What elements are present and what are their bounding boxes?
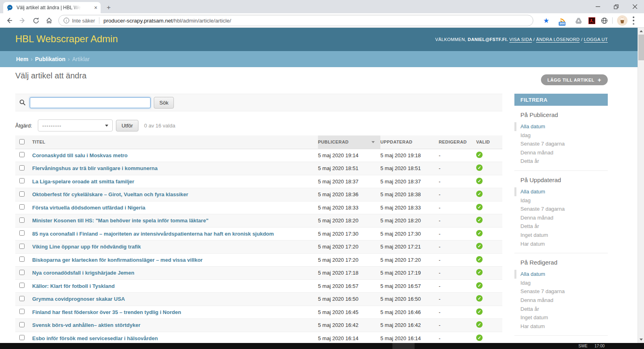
article-link[interactable]: Esbo inför försök med servicesedlar i hä… bbox=[32, 335, 158, 341]
windows-taskbar[interactable]: SWE 17:00 bbox=[0, 343, 644, 349]
filter-option[interactable]: Senaste 7 dagarna bbox=[520, 206, 565, 212]
row-checkbox[interactable] bbox=[19, 322, 25, 327]
filter-option[interactable]: Idag bbox=[520, 197, 530, 203]
row-checkbox[interactable] bbox=[19, 244, 25, 249]
scroll-down-icon[interactable] bbox=[638, 336, 644, 343]
row-checkbox[interactable] bbox=[19, 309, 25, 314]
acrobat-extension-icon[interactable] bbox=[588, 17, 595, 24]
rss-extension-icon[interactable]: 300 bbox=[559, 17, 567, 24]
execute-button[interactable]: Utför bbox=[116, 120, 138, 131]
article-link[interactable]: Svensk börs-vd anhållen– aktien störtdyk… bbox=[32, 322, 140, 328]
user-tools-link[interactable]: LOGGA UT bbox=[584, 37, 608, 42]
column-header-redigerad[interactable]: REDIGERAD bbox=[439, 135, 476, 149]
valid-check-icon bbox=[476, 152, 483, 158]
user-tools-link[interactable]: ÄNDRA LÖSENORD bbox=[536, 37, 580, 42]
sort-descending-icon[interactable] bbox=[372, 141, 375, 143]
article-link[interactable]: 85 nya coronafall i Finland – majoritete… bbox=[32, 231, 274, 237]
scroll-up-icon[interactable] bbox=[638, 28, 644, 35]
row-checkbox[interactable] bbox=[19, 270, 25, 275]
article-link[interactable]: Biskoparna ger klartecken för konfirmati… bbox=[32, 257, 202, 263]
row-checkbox[interactable] bbox=[19, 296, 25, 301]
globe-extension-icon[interactable] bbox=[601, 17, 608, 24]
add-article-button[interactable]: LÄGG TILL ARTIKEL + bbox=[541, 74, 608, 85]
column-header-uppdaterad[interactable]: UPPDATERAD bbox=[380, 135, 439, 149]
scrollbar-thumb[interactable] bbox=[638, 35, 644, 60]
filter-option[interactable]: Alla datum bbox=[520, 189, 545, 195]
filter-option[interactable]: Denna månad bbox=[520, 215, 553, 221]
row-checkbox[interactable] bbox=[19, 204, 25, 209]
filter-option-item: Har datum bbox=[514, 240, 608, 248]
breadcrumb-link[interactable]: Hem bbox=[16, 56, 28, 62]
row-checkbox[interactable] bbox=[19, 257, 25, 262]
row-checkbox[interactable] bbox=[19, 218, 25, 223]
browser-tab[interactable]: Välj artikel att ändra | HBL Websc × bbox=[3, 2, 101, 13]
forward-icon[interactable] bbox=[18, 16, 27, 25]
filter-option[interactable]: Detta år bbox=[520, 306, 539, 312]
home-icon[interactable] bbox=[45, 16, 54, 25]
column-header-valid[interactable]: VALID bbox=[476, 135, 502, 149]
row-checkbox[interactable] bbox=[19, 283, 25, 288]
row-checkbox[interactable] bbox=[19, 165, 25, 170]
back-icon[interactable] bbox=[5, 16, 14, 25]
tab-close-icon[interactable]: × bbox=[94, 5, 97, 10]
address-bar[interactable]: i Inte säker producer-scrapy.pratsam.net… bbox=[58, 15, 533, 26]
user-tools-separator: / bbox=[580, 37, 584, 42]
filter-option[interactable]: Alla datum bbox=[520, 123, 545, 129]
taskbar-clock[interactable]: 17:00 bbox=[594, 344, 605, 348]
row-checkbox[interactable] bbox=[19, 335, 25, 340]
profile-avatar[interactable] bbox=[617, 15, 627, 26]
column-header-publicerad[interactable]: PUBLICERAD bbox=[318, 135, 380, 149]
filter-option[interactable]: Idag bbox=[520, 280, 530, 286]
filter-option[interactable]: Idag bbox=[520, 132, 530, 138]
filter-option[interactable]: Inget datum bbox=[520, 232, 548, 238]
action-select[interactable]: --------- bbox=[38, 119, 113, 131]
table-row: Källor: Klart för fotboll i Tyskland5 ma… bbox=[15, 279, 502, 293]
search-button[interactable]: Sök bbox=[154, 97, 174, 109]
article-link[interactable]: La Liga-spelare oroade att smitta familj… bbox=[32, 179, 134, 185]
article-link[interactable]: Grymma covidprognoser skakar USA bbox=[32, 296, 125, 302]
minimize-button[interactable] bbox=[588, 0, 607, 13]
article-link[interactable]: Minister Kosonen till HS: "Man behöver i… bbox=[32, 218, 208, 224]
filter-option[interactable]: Har datum bbox=[520, 323, 545, 329]
vertical-scrollbar[interactable] bbox=[638, 28, 644, 343]
search-input[interactable] bbox=[30, 97, 151, 108]
close-window-button[interactable] bbox=[625, 0, 644, 13]
select-all-checkbox[interactable] bbox=[19, 139, 25, 144]
column-header-titel[interactable]: TITEL bbox=[32, 135, 318, 149]
filter-option[interactable]: Denna månad bbox=[520, 297, 553, 303]
browser-menu-icon[interactable] bbox=[633, 16, 634, 25]
filter-option[interactable]: Har datum bbox=[520, 241, 545, 247]
filter-option[interactable]: Detta år bbox=[520, 158, 539, 164]
user-tools-link[interactable]: VISA SIDA bbox=[509, 37, 532, 42]
row-checkbox[interactable] bbox=[19, 178, 25, 183]
drive-extension-icon[interactable] bbox=[575, 17, 582, 24]
window-controls bbox=[588, 0, 644, 13]
article-link[interactable]: Nya coronadödsfall i krigshärjade Jemen bbox=[32, 270, 134, 276]
taskbar-app-button[interactable] bbox=[392, 343, 415, 349]
filter-option[interactable]: Senaste 7 dagarna bbox=[520, 141, 565, 147]
taskbar-language[interactable]: SWE bbox=[578, 344, 588, 348]
security-label[interactable]: Inte säker bbox=[72, 18, 95, 24]
breadcrumb-link[interactable]: Publikation bbox=[35, 56, 65, 62]
bookmark-star-icon[interactable]: ★ bbox=[543, 17, 550, 24]
row-checkbox[interactable] bbox=[19, 152, 25, 157]
article-link[interactable]: Första virtuella dödsdomen utfärdad i Ni… bbox=[32, 205, 145, 211]
filter-option[interactable]: Alla datum bbox=[520, 271, 545, 277]
restore-button[interactable] bbox=[607, 0, 625, 13]
article-link[interactable]: Flervåningshus av trä blir vanligare i k… bbox=[32, 165, 157, 171]
article-link[interactable]: Källor: Klart för fotboll i Tyskland bbox=[32, 283, 115, 289]
new-tab-button[interactable]: + bbox=[104, 3, 114, 13]
filter-option[interactable]: Inget datum bbox=[520, 314, 548, 320]
filter-option[interactable]: Denna månad bbox=[520, 150, 553, 156]
row-checkbox[interactable] bbox=[19, 191, 25, 197]
reload-icon[interactable] bbox=[31, 16, 40, 25]
article-link[interactable]: Coronaskydd till salu i Moskvas metro bbox=[32, 152, 128, 158]
filter-option[interactable]: Senaste 7 dagarna bbox=[520, 288, 565, 294]
page-info-icon[interactable]: i bbox=[64, 18, 69, 23]
row-checkbox[interactable] bbox=[19, 230, 25, 236]
article-link[interactable]: Viking Line öppnar upp för nödvändig tra… bbox=[32, 244, 141, 250]
filter-option[interactable]: Detta år bbox=[520, 223, 539, 229]
site-title[interactable]: HBL Webscraper Admin bbox=[15, 33, 118, 45]
article-link[interactable]: Finland har flest föderskor över 35 – tr… bbox=[32, 309, 181, 315]
article-link[interactable]: Oktoberfest för cykelälskare – Girot, Vu… bbox=[32, 191, 188, 197]
